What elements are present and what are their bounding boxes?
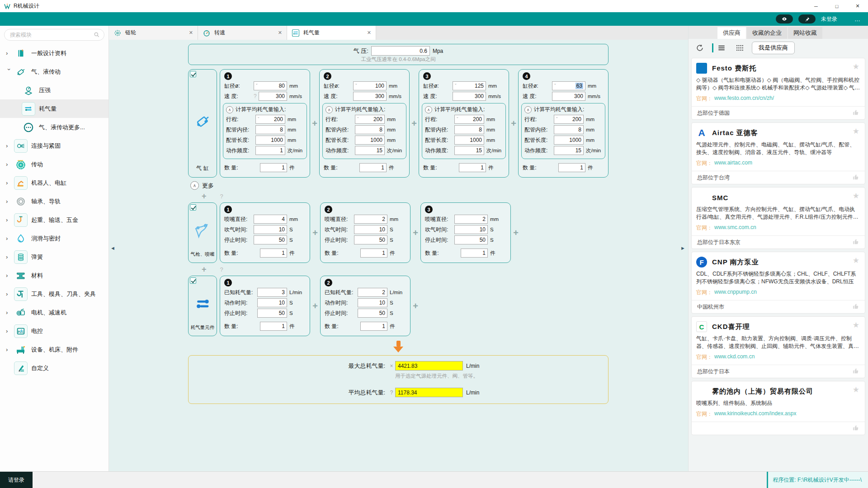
stop-time-input[interactable]: 50: [257, 309, 287, 318]
login-button[interactable]: 请登录: [0, 472, 33, 488]
star-icon[interactable]: ★: [853, 191, 859, 201]
collapse-icon[interactable]: ∧: [425, 106, 432, 113]
preview-eye-button[interactable]: [776, 14, 793, 23]
pipe-length-input[interactable]: 1000: [454, 136, 484, 145]
search-input[interactable]: [4, 29, 104, 41]
star-icon[interactable]: ★: [853, 320, 859, 330]
frequency-input[interactable]: 1: [255, 146, 285, 155]
pipe-length-input[interactable]: 1000: [355, 136, 385, 145]
sidebar-item-electrical-control[interactable]: › PLC 电控: [0, 322, 108, 340]
sidebar-item-springs[interactable]: › 弹簧: [0, 248, 108, 266]
supplier-website-link[interactable]: www.smc.com.cn: [714, 224, 756, 232]
speed-input[interactable]: 300: [353, 92, 387, 101]
star-icon[interactable]: ★: [853, 127, 859, 136]
list-view-button[interactable]: [716, 42, 727, 53]
frequency-input[interactable]: 15: [355, 146, 385, 155]
pin-button[interactable]: [798, 14, 816, 23]
nozzle-diameter-input[interactable]: 2: [354, 215, 387, 224]
stroke-select[interactable]: ˇ200: [554, 115, 584, 124]
stroke-select[interactable]: ˇ200: [454, 115, 484, 124]
stroke-select[interactable]: ˇ200: [255, 115, 285, 124]
tab-favorite-companies[interactable]: 收藏的企业: [747, 27, 787, 39]
speed-input[interactable]: 300: [453, 92, 486, 101]
sidebar-item-custom[interactable]: 自定义: [0, 359, 108, 377]
sidebar-item-pressure[interactable]: 压强: [0, 81, 108, 99]
air-gun-row-checkbox[interactable]: [190, 204, 196, 211]
quantity-input[interactable]: 1: [558, 163, 585, 172]
bore-select[interactable]: ˇ80: [254, 81, 287, 90]
frequency-input[interactable]: 15: [454, 146, 484, 155]
collapse-icon[interactable]: ∧: [326, 106, 333, 113]
frequency-input[interactable]: 15: [554, 146, 584, 155]
maximize-button[interactable]: □: [826, 0, 847, 12]
quantity-input[interactable]: 1: [359, 163, 387, 172]
more-expander[interactable]: ∧ 更多: [190, 181, 609, 190]
nozzle-diameter-input[interactable]: 4: [254, 215, 287, 224]
supplier-card-cnp[interactable]: F CNP 南方泵业 ★ CDL、CDLF系列不锈钢轻型多级离心泵；CHL、CH…: [691, 252, 865, 314]
supplier-website-link[interactable]: www.ckd.com.cn: [714, 353, 755, 361]
quantity-input[interactable]: 1: [260, 322, 287, 331]
supplier-website-link[interactable]: www.cnppump.cn: [714, 289, 757, 296]
speed-input[interactable]: 300: [259, 92, 287, 101]
supplier-card-airtac[interactable]: A Airtac 亚德客 ★ 气源处理元件、控制元件、电磁阀、气缸、摆动气缸/气…: [691, 122, 865, 184]
minimize-button[interactable]: ─: [806, 0, 826, 12]
thumbs-up-icon[interactable]: [852, 109, 859, 117]
blow-time-input[interactable]: 10: [454, 225, 488, 234]
supplier-card-festo[interactable]: ■ Festo 费斯托 ★ ◇ 驱动器（气缸和电驱动器）◇ 阀（电磁阀、气控阀、…: [691, 58, 865, 120]
quantity-input[interactable]: 1: [260, 249, 287, 258]
add-card-button[interactable]: +: [202, 192, 207, 201]
quantity-input[interactable]: 1: [360, 249, 387, 258]
collapse-left-arrow[interactable]: ◄: [110, 245, 115, 251]
help-icon[interactable]: ?: [254, 93, 257, 99]
bore-select[interactable]: ˇ63: [552, 81, 585, 90]
stop-time-input[interactable]: 50: [354, 235, 387, 244]
pipe-id-input[interactable]: 8: [255, 125, 285, 134]
max-total-consumption-output[interactable]: 4421.83: [395, 361, 463, 371]
expand-right-arrow[interactable]: ►: [680, 245, 685, 251]
sidebar-item-pneumatic-more[interactable]: 气、液传动更多...: [0, 118, 108, 136]
nozzle-diameter-input[interactable]: 2: [454, 215, 488, 224]
tab-close-icon[interactable]: ✕: [278, 30, 282, 36]
sidebar-item-bearings-rails[interactable]: › 轴承、导轨: [0, 192, 108, 211]
quantity-input[interactable]: 1: [459, 163, 486, 172]
element-row-checkbox[interactable]: [190, 277, 196, 284]
bore-select[interactable]: ˇ125: [453, 81, 486, 90]
sidebar-item-lubrication-seal[interactable]: › 润滑与密封: [0, 229, 108, 248]
pipe-id-input[interactable]: 8: [554, 125, 584, 134]
i-am-supplier-button[interactable]: 我是供应商: [752, 42, 795, 54]
thumbs-up-icon[interactable]: [852, 238, 859, 247]
stop-time-input[interactable]: 50: [454, 235, 488, 244]
quantity-input[interactable]: 1: [360, 322, 387, 331]
login-status[interactable]: 未登录: [821, 15, 837, 23]
quantity-input[interactable]: 1: [260, 163, 287, 172]
pressure-input[interactable]: 0.6: [371, 46, 430, 56]
sidebar-item-pneumatic-hydraulic[interactable]: › 气、液传动: [0, 62, 108, 81]
pipe-length-input[interactable]: 1000: [554, 136, 584, 145]
speed-input[interactable]: 300: [552, 92, 585, 101]
quantity-input[interactable]: 1: [461, 249, 488, 258]
sidebar-item-equipment-machine[interactable]: › 设备、机床、附件: [0, 340, 108, 359]
supplier-website-link[interactable]: www.airtac.com: [714, 160, 752, 167]
collapse-icon[interactable]: ∧: [524, 106, 532, 113]
pipe-id-input[interactable]: 8: [454, 125, 484, 134]
supplier-card-ckd[interactable]: C CKD喜开理 ★ 气缸、卡爪·卡盘、助力装置、方向控制阀、调质·调压元件、控…: [691, 316, 865, 378]
grid-view-button[interactable]: [734, 42, 745, 53]
supplier-website-link[interactable]: www.festo.com.cn/cn/zh/: [714, 95, 774, 103]
tab-close-icon[interactable]: ✕: [189, 30, 193, 36]
sidebar-item-transmission[interactable]: › 传动: [0, 155, 108, 174]
known-consumption-input[interactable]: 3: [257, 288, 287, 297]
action-time-input[interactable]: 10: [358, 298, 387, 307]
sidebar-item-lifting-conveying[interactable]: › 起重、输送、五金: [0, 211, 108, 229]
action-time-input[interactable]: 10: [257, 298, 287, 307]
thumbs-up-icon[interactable]: [852, 424, 859, 433]
tab-air-consumption[interactable]: 耗气量 ✕: [287, 26, 376, 40]
bore-select[interactable]: ˇ100: [353, 81, 387, 90]
help-icon[interactable]: ?: [220, 266, 223, 273]
stroke-select[interactable]: ˇ200: [355, 115, 385, 124]
sidebar-item-motors-reducers[interactable]: › 电机、减速机: [0, 303, 108, 322]
tab-website-favorites[interactable]: 网站收藏: [788, 27, 822, 39]
stop-time-input[interactable]: 50: [254, 235, 287, 244]
supplier-card-smc[interactable]: SMC ★ 压缩空气管理系统、方向控制元件、气缸、摆动气缸/气爪、电动执行器/电…: [691, 187, 865, 249]
stop-time-input[interactable]: 50: [358, 309, 387, 318]
avg-total-consumption-output[interactable]: 1178.34: [395, 388, 463, 397]
